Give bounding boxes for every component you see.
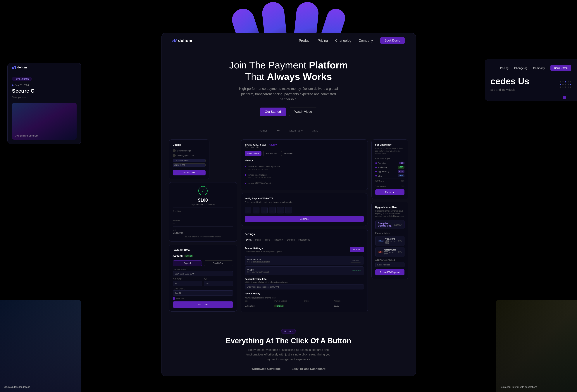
otp-box-2[interactable]: _ xyxy=(253,207,259,214)
trust-logos: Tremor ●● Grammarly OSIC xyxy=(161,129,416,132)
get-started-button[interactable]: Get Started xyxy=(260,107,286,116)
history-dot xyxy=(245,166,246,167)
bottom-left-image: Mountain lake landscape xyxy=(0,300,81,392)
invoice-due: Due next month xyxy=(245,146,277,148)
rsc-book-demo-button[interactable]: Book Demo xyxy=(550,65,571,71)
continue-button[interactable]: Continue xyxy=(245,216,364,222)
otp-box-6[interactable]: _ xyxy=(285,207,292,214)
exp-input[interactable] xyxy=(173,281,202,286)
history-item-3: Invoice #26973-002 created xyxy=(245,180,364,186)
credit-card-method-button[interactable]: Credit Card xyxy=(204,260,233,266)
total-input[interactable] xyxy=(173,290,233,295)
otp-box-3[interactable]: _ xyxy=(261,207,268,214)
invoice-info-section: Payout Invoice Info Add the invoice info… xyxy=(245,278,364,289)
right-nav: Pricing Changelog Company Book Demo xyxy=(490,65,571,71)
otp-box-4[interactable]: _ xyxy=(269,207,276,214)
plan-name: Enterprise Upgrade Plan xyxy=(378,222,394,227)
center-column: Invoice #26973-002 → $5,100 Due next mon… xyxy=(241,140,368,312)
invoice-pdf-button[interactable]: Invoice PDF xyxy=(173,170,206,176)
main-card: delium Product Pricing Changelog Company… xyxy=(161,33,416,376)
total-value: $35 xyxy=(401,185,404,187)
nav-links: Product Pricing Changelog Company Book D… xyxy=(299,37,405,44)
tab-plans[interactable]: Plans xyxy=(255,239,261,241)
card-number-input[interactable] xyxy=(173,271,233,276)
paypal-method-button[interactable]: Paypal xyxy=(173,260,202,266)
connected-label: Connected xyxy=(352,270,361,272)
dot xyxy=(565,81,566,82)
rsc-nav-pricing[interactable]: Pricing xyxy=(500,67,508,70)
card-image-bg: Mountain lake at sunset xyxy=(12,103,76,140)
date-dot xyxy=(12,84,13,86)
settings-tabs: Payout Plans Billing Recovery Domain Int… xyxy=(245,239,364,243)
otp-box-5[interactable]: _ xyxy=(277,207,284,214)
dot xyxy=(570,86,571,88)
tab-integrations[interactable]: Integrations xyxy=(298,239,310,241)
dot xyxy=(565,84,566,85)
watch-video-button[interactable]: Watch Video xyxy=(289,107,317,116)
otp-title: Verify Payment With OTP xyxy=(245,197,364,200)
send-date-value: — xyxy=(173,213,233,215)
bottom-title: Everything At The Click Of A Button xyxy=(169,337,408,345)
left-column: Details Dekim Bursoglu dekim@gmail.com 1… xyxy=(169,140,237,312)
mc-name: Master Card xyxy=(384,249,398,251)
total-label: TOTAL VALUE xyxy=(173,288,233,290)
left-nav-logo: delium xyxy=(12,66,27,69)
add-card-button[interactable]: Add Card xyxy=(173,301,233,308)
tab-recovery[interactable]: Recovery xyxy=(274,239,284,241)
card-image-text: Mountain lake at sunset xyxy=(15,135,38,137)
navbar: delium Product Pricing Changelog Company… xyxy=(161,33,416,48)
add-note-button[interactable]: Add Note xyxy=(281,151,295,156)
trust-grammarly: Grammarly xyxy=(289,129,303,132)
card-image: Mountain lake at sunset xyxy=(12,103,76,140)
edit-invoice-button[interactable]: Edit Invoice xyxy=(263,151,279,156)
invoice-info-input[interactable] xyxy=(245,284,364,289)
detail-plan: 1 Build Per Month xyxy=(173,159,206,162)
invoice-card: Invoice #26973-002 → $5,100 Due next mon… xyxy=(241,140,368,190)
history-item-1: Invoice was sent to deleimgmail.com Jun … xyxy=(245,164,364,172)
nav-product[interactable]: Product xyxy=(299,39,310,43)
proceed-to-payment-button[interactable]: Proceed To Payment xyxy=(375,269,404,275)
send-invoice-button[interactable]: Send Invoice xyxy=(245,151,262,156)
paypal-connected: ✓ Connected xyxy=(350,270,361,272)
mc-brand: MC xyxy=(378,251,383,253)
hero-title: Join The Payment Platform That Always Wo… xyxy=(169,59,408,82)
visa-name: Visa Card xyxy=(385,238,398,240)
dot xyxy=(560,81,561,82)
trust-dots: ●● xyxy=(276,129,280,132)
update-button[interactable]: Update xyxy=(350,247,364,252)
vat-row: VAT Taxes $35 xyxy=(375,178,404,182)
email-address-input[interactable] xyxy=(375,262,404,267)
otp-box-1[interactable]: _ xyxy=(245,207,251,214)
nav-company[interactable]: Company xyxy=(359,39,373,43)
tab-payout[interactable]: Payout xyxy=(245,239,252,241)
vat-value: $35 xyxy=(401,180,404,182)
dot xyxy=(562,86,564,88)
feature-marketing-badge: +$7C xyxy=(398,166,404,169)
email-icon xyxy=(173,154,176,157)
payout-history: Payout History View the payout method an… xyxy=(245,292,364,308)
bank-connect-button[interactable]: Connect xyxy=(350,259,361,262)
ph-table-header: Date Payout Method Status Amount xyxy=(245,300,364,303)
nav-logo: delium xyxy=(173,38,192,43)
rsc-nav-company[interactable]: Company xyxy=(533,67,545,70)
dots-decoration xyxy=(560,81,571,88)
dot xyxy=(570,84,571,85)
dot xyxy=(568,84,569,85)
upgrade-title: Upgrade Your Plan xyxy=(375,206,404,209)
purchase-button[interactable]: Purchase xyxy=(375,189,404,195)
tab-domain[interactable]: Domain xyxy=(287,239,295,241)
nav-book-demo-button[interactable]: Book Demo xyxy=(380,37,405,44)
person-icon xyxy=(173,149,176,152)
nav-pricing[interactable]: Pricing xyxy=(318,39,328,43)
rsc-nav-changelog[interactable]: Changelog xyxy=(514,67,528,70)
feature-seo: SEO +$44 xyxy=(375,174,404,177)
settings-title: Settings xyxy=(245,233,364,236)
square-decoration xyxy=(563,96,566,99)
invoice-number: Invoice #26973-002 → $5,100 xyxy=(245,143,277,146)
nav-changelog[interactable]: Changelog xyxy=(335,39,351,43)
ph-row-1: 1 Jun 2024 Pending $2.00 xyxy=(245,303,364,308)
tab-billing[interactable]: Billing xyxy=(264,239,270,241)
cvv-input[interactable] xyxy=(204,281,233,286)
feature-dot-3 xyxy=(375,171,377,172)
invoice-num-bold: #26973-002 xyxy=(253,143,265,146)
